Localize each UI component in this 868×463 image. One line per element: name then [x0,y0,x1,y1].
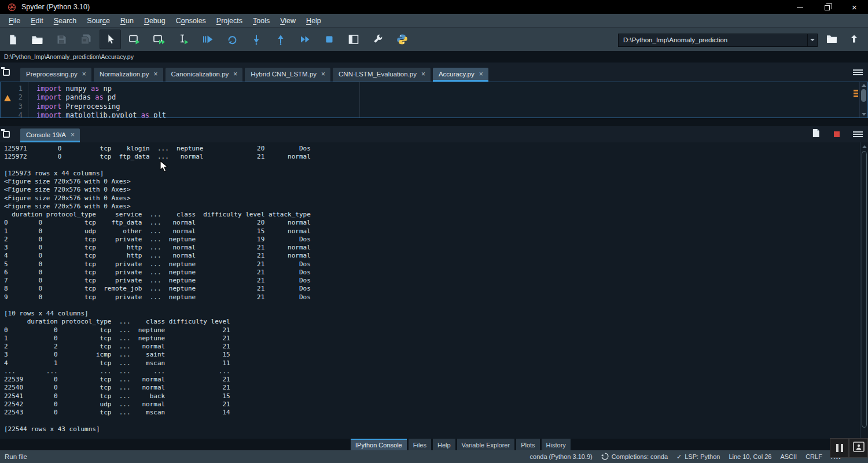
menu-consoles[interactable]: Consoles [171,16,211,26]
pane-tab-history[interactable]: History [542,439,571,450]
console-tab-label: Console 19/A [26,131,66,138]
menu-search[interactable]: Search [49,16,82,26]
chevron-down-icon[interactable] [807,34,817,46]
menu-source[interactable]: Source [82,16,115,26]
pane-tab-help[interactable]: Help [433,439,455,450]
debug-file-button[interactable] [197,30,218,49]
gutter-separator [28,82,29,117]
python-button[interactable] [391,30,413,49]
editor-scroll-thumb[interactable] [861,89,866,102]
close-icon[interactable]: × [82,71,86,77]
pause-recording-button[interactable] [830,438,849,458]
warning-flags [854,90,858,98]
close-icon[interactable]: × [154,71,158,77]
pane-tab-plots[interactable]: Plots [516,439,539,450]
menu-debug[interactable]: Debug [139,16,171,26]
menu-run[interactable]: Run [115,16,139,26]
browse-tabs-button[interactable] [3,67,18,78]
new-file-button[interactable] [2,30,24,49]
menu-view[interactable]: View [275,16,301,26]
editor-tab-bar: Preprocessing.py×Normalization.py×Canoni… [0,63,868,82]
save-all-button[interactable] [75,30,97,49]
pane-tab-files[interactable]: Files [409,439,431,450]
status-segment-text: ASCII [780,453,797,460]
pointer-button[interactable] [100,30,121,49]
editor-tab-preprocessing-py[interactable]: Preprocessing.py× [20,68,91,82]
stop-debug-button[interactable] [318,30,340,49]
close-icon[interactable]: × [321,71,325,77]
status-segment-text: Line 10, Col 26 [729,453,771,460]
parent-directory-button[interactable] [845,32,863,47]
ipython-console-output[interactable]: 125971 0 tcp klogin ... neptune 20 Dos 1… [0,142,868,439]
console-tab[interactable]: Console 19/A × [20,128,80,142]
webcam-toggle-button[interactable] [849,438,868,458]
close-icon[interactable]: × [233,71,237,77]
maximize-pane-button[interactable] [343,30,364,49]
editor-tab-cnn-lstm-evaluation-py[interactable]: CNN-LSTM_Evaluation.py× [333,68,431,82]
editor-options-menu-icon[interactable] [853,68,863,76]
save-file-button[interactable] [51,30,72,49]
step-into-button[interactable] [245,30,267,49]
code-editor[interactable]: 1import numpy as np2import pandas as pd3… [0,82,868,118]
working-directory-value: D:\Python_Imp\Anomaly_prediction [619,36,807,43]
editor-tab-accuracy-py[interactable]: Accuracy.py× [433,68,488,82]
debug-file-icon [202,34,214,45]
preferences-icon [372,34,384,45]
close-window-button[interactable]: × [841,0,868,14]
editor-tab-hybrid-cnn-lstm-py[interactable]: Hybrid CNN_LSTM.py× [245,68,330,82]
editor-tab-normalization-py[interactable]: Normalization.py× [94,68,163,82]
preferences-button[interactable] [367,30,388,49]
new-console-button[interactable] [806,128,826,140]
status-segment-text: conda (Python 3.10.9) [530,453,593,460]
pane-tab-variable-explorer[interactable]: Variable Explorer [457,439,515,450]
minimize-button[interactable] [786,0,814,14]
status-segment: CRLF [806,453,822,460]
menu-tools[interactable]: Tools [248,16,275,26]
console-scrollbar[interactable] [860,142,867,439]
scroll-up-icon[interactable] [862,84,866,87]
run-selection-button[interactable] [172,30,194,49]
code-line[interactable]: 3import Preprocessing [1,102,867,111]
run-cell-advance-button[interactable] [148,30,170,49]
working-directory-combo[interactable]: D:\Python_Imp\Anomaly_prediction [618,34,818,47]
scroll-up-icon[interactable] [862,145,867,148]
console-scroll-thumb[interactable] [862,151,867,428]
save-file-icon [56,34,67,45]
run-to-line-button[interactable] [221,30,242,49]
warning-icon [4,95,11,101]
run-cell-button[interactable] [124,30,145,49]
code-line[interactable]: 1import numpy as np [1,84,867,93]
editor-scrollbar[interactable] [859,82,867,117]
interrupt-kernel-button[interactable] [826,131,847,137]
run-cell-advance-icon [153,34,165,45]
browse-console-tabs-button[interactable] [3,128,18,140]
browse-tabs-icon [3,131,10,138]
menu-file[interactable]: File [3,16,25,26]
close-icon[interactable]: × [479,71,483,77]
code-line[interactable]: 2import pandas as pd [1,93,867,102]
console-options-button[interactable] [847,130,868,138]
close-icon[interactable]: × [421,71,425,77]
menu-edit[interactable]: Edit [25,16,49,26]
status-bar: Run file conda (Python 3.10.9)Completion… [0,450,868,463]
status-segment: conda (Python 3.10.9) [530,453,593,460]
pane-tab-ipython-console[interactable]: IPython Console [351,439,407,450]
browse-tabs-icon [3,69,10,76]
close-icon[interactable]: × [71,132,75,138]
code-line[interactable]: 4import matplotlib.pyplot as plt [1,111,867,118]
title-bar: Spyder (Python 3.10) × [0,0,868,14]
menu-projects[interactable]: Projects [211,16,248,26]
continue-icon [299,34,311,45]
open-file-button[interactable] [27,30,48,49]
panel-splitter[interactable] [0,118,868,126]
edge-guide-line [359,82,360,117]
scroll-down-icon[interactable] [862,113,866,116]
menu-help[interactable]: Help [301,16,326,26]
browse-directory-button[interactable] [823,32,840,47]
continue-button[interactable] [294,30,315,49]
console-text: 125971 0 tcp klogin ... neptune 20 Dos 1… [0,142,868,433]
editor-tab-canonicalization-py[interactable]: Canonicalization.py× [165,68,243,82]
webcam-icon [853,442,865,454]
restore-button[interactable] [814,0,841,14]
step-return-button[interactable] [270,30,291,49]
